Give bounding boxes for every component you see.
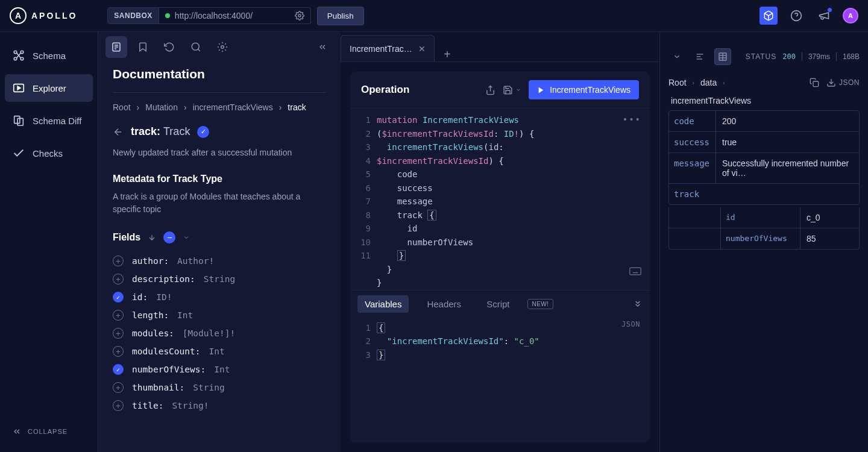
- field-checked-icon[interactable]: ✓: [113, 292, 124, 303]
- field-name[interactable]: description:: [132, 274, 195, 284]
- field-name[interactable]: modules:: [132, 328, 174, 338]
- response-root-field: incrementTrackViews: [660, 93, 868, 108]
- play-icon: [537, 86, 545, 94]
- collapse-icon: [12, 427, 22, 436]
- field-type[interactable]: Int: [209, 347, 225, 356]
- url-text: http://localhost:4000/: [175, 11, 253, 20]
- code-editor[interactable]: 1234567891011 mutation IncrementTrackVie…: [350, 108, 650, 290]
- field-add-icon[interactable]: +: [113, 310, 124, 321]
- sidebar-item-schema[interactable]: Schema: [5, 42, 93, 69]
- field-checked-icon[interactable]: ✓: [113, 364, 124, 375]
- chevron-down-icon[interactable]: [183, 234, 190, 241]
- run-label: IncrementTrackViews: [550, 85, 631, 95]
- tab-variables[interactable]: Variables: [357, 295, 409, 313]
- history-icon[interactable]: [159, 36, 180, 58]
- svg-rect-12: [14, 116, 20, 124]
- field-type[interactable]: ID!: [156, 292, 172, 302]
- svg-rect-38: [813, 81, 819, 87]
- variables-content: { "incrementTrackViewsId": "c_0" }: [377, 321, 650, 443]
- response-row-track[interactable]: track: [669, 184, 859, 204]
- sidebar-item-explorer[interactable]: Explorer: [5, 74, 93, 102]
- response-subrow: idc_0: [669, 207, 859, 228]
- notification-dot: [828, 8, 832, 12]
- bottom-panel: Variables Headers Script NEW! 123 { "inc…: [350, 290, 650, 443]
- field-add-icon[interactable]: +: [113, 274, 124, 284]
- crumb[interactable]: Root: [113, 102, 131, 112]
- field-name[interactable]: numberOfViews:: [132, 365, 206, 374]
- format-icon[interactable]: [691, 48, 708, 65]
- field-add-icon[interactable]: +: [113, 256, 124, 266]
- field-name[interactable]: length:: [132, 310, 169, 320]
- url-bar[interactable]: http://localhost:4000/: [159, 7, 311, 24]
- avatar[interactable]: A: [843, 8, 858, 24]
- response-subrow: numberOfViews85: [669, 228, 859, 249]
- field-name[interactable]: id:: [132, 292, 148, 302]
- field-type[interactable]: String: [204, 274, 235, 284]
- add-tab-button[interactable]: +: [435, 48, 460, 61]
- sandbox-icon[interactable]: [760, 7, 778, 25]
- field-type[interactable]: String: [193, 383, 224, 392]
- gear-icon[interactable]: [295, 11, 304, 20]
- field-name[interactable]: modulesCount:: [132, 347, 201, 356]
- schema-icon: [12, 49, 25, 62]
- copy-icon[interactable]: [810, 78, 819, 87]
- line-gutter: 123: [350, 321, 377, 443]
- field-row: ✓numberOfViews: Int: [113, 360, 326, 378]
- check-badge[interactable]: ✓: [197, 126, 209, 138]
- save-icon[interactable]: [503, 85, 521, 95]
- tab-script[interactable]: Script: [479, 295, 517, 313]
- download-icon[interactable]: JSON: [826, 78, 860, 87]
- more-icon[interactable]: •••: [623, 115, 641, 124]
- json-tag: JSON: [621, 320, 640, 328]
- field-type[interactable]: [Module!]!: [183, 328, 235, 338]
- share-icon[interactable]: [485, 85, 495, 95]
- resp-crumb[interactable]: Root: [668, 78, 687, 87]
- field-type[interactable]: Int: [214, 365, 230, 374]
- collapse-sidebar-button[interactable]: COLLAPSE: [5, 421, 93, 442]
- editor-tab[interactable]: IncrementTrac… ✕: [341, 35, 435, 61]
- documentation-panel: Documentation Root› Mutation› incrementT…: [98, 32, 341, 452]
- field-add-icon[interactable]: +: [113, 346, 124, 357]
- collapse-panel-icon[interactable]: [633, 299, 643, 309]
- svg-point-18: [192, 43, 199, 50]
- settings-icon[interactable]: [212, 36, 233, 58]
- field-add-icon[interactable]: +: [113, 382, 124, 393]
- tab-headers[interactable]: Headers: [420, 295, 468, 313]
- code-content: mutation IncrementTrackViews ($increment…: [377, 113, 650, 290]
- top-bar: A APOLLO SANDBOX http://localhost:4000/ …: [0, 0, 868, 32]
- sidebar-item-diff[interactable]: Schema Diff: [5, 107, 93, 134]
- crumb[interactable]: Mutation: [145, 102, 178, 112]
- chevron-down-icon[interactable]: [668, 48, 685, 65]
- table-view-icon[interactable]: [714, 48, 731, 65]
- field-name[interactable]: author:: [132, 256, 169, 266]
- response-subtable: idc_0 numberOfViews85: [668, 207, 860, 250]
- line-gutter: 1234567891011: [350, 113, 377, 290]
- field-type[interactable]: Author!: [177, 256, 214, 266]
- help-icon[interactable]: [787, 7, 805, 25]
- field-name[interactable]: thumbnail:: [132, 383, 184, 392]
- keyboard-icon[interactable]: [629, 267, 641, 275]
- field-name[interactable]: title:: [132, 401, 163, 410]
- collapse-docs-icon[interactable]: [312, 36, 333, 58]
- docs-icon[interactable]: [105, 36, 127, 58]
- sidebar-label: Schema: [33, 51, 66, 61]
- sidebar-item-checks[interactable]: Checks: [5, 139, 93, 167]
- resp-crumb[interactable]: data: [700, 78, 717, 87]
- crumb[interactable]: incrementTrackViews: [193, 102, 273, 112]
- megaphone-icon[interactable]: [815, 7, 833, 25]
- back-arrow-icon[interactable]: [113, 127, 124, 137]
- field-add-icon[interactable]: +: [113, 400, 124, 411]
- variables-editor[interactable]: 123 { "incrementTrackViewsId": "c_0" } J…: [350, 318, 650, 443]
- type-heading: track: Track: [131, 125, 190, 138]
- search-icon[interactable]: [185, 36, 207, 58]
- logo-text: APOLLO: [31, 11, 77, 20]
- field-type[interactable]: Int: [177, 310, 193, 320]
- run-operation-button[interactable]: IncrementTrackViews: [529, 80, 639, 99]
- field-type[interactable]: String!: [172, 401, 209, 410]
- arrow-down-icon[interactable]: [148, 233, 156, 242]
- field-add-icon[interactable]: +: [113, 328, 124, 339]
- close-tab-icon[interactable]: ✕: [418, 44, 426, 54]
- publish-button[interactable]: Publish: [317, 7, 364, 25]
- remove-all-icon[interactable]: −: [163, 231, 175, 243]
- bookmark-icon[interactable]: [132, 36, 154, 58]
